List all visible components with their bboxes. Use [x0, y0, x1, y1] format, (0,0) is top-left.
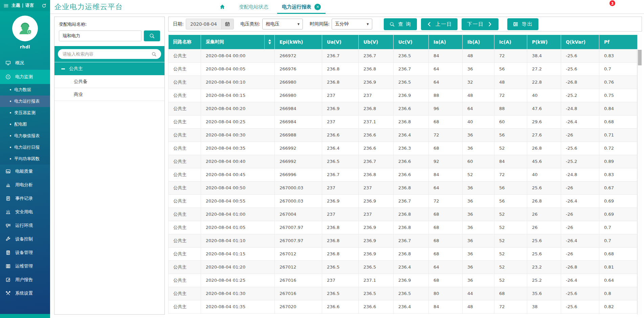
- table-row-13[interactable]: 公共主2020-08-04 01:05267007.97236.8236.923…: [169, 221, 637, 234]
- table-row-11[interactable]: 公共主2020-08-04 00:55267000.03236.9236.923…: [169, 194, 637, 208]
- tree-node-1[interactable]: 公共备: [54, 75, 164, 88]
- table-row-9[interactable]: 公共主2020-08-04 00:45266996236.7236.8236.6…: [169, 168, 637, 181]
- sidebar-item-11[interactable]: 事件记录: [0, 192, 50, 205]
- sidebar-item-17[interactable]: 用户报告: [0, 273, 50, 287]
- sidebar-item-10[interactable]: 用电分析: [0, 178, 50, 192]
- collapse-icon[interactable]: [61, 68, 65, 69]
- table-cell: 84: [429, 49, 463, 62]
- table-cell: 237: [359, 208, 394, 221]
- notification-bell-icon[interactable]: 3: [606, 2, 612, 11]
- tree-search-icon[interactable]: [151, 51, 157, 57]
- submenu-item-3[interactable]: 电力运行报表: [0, 96, 50, 107]
- table-cell: 26.8: [527, 142, 561, 155]
- table-row-18[interactable]: 公共主2020-08-04 01:30267016236.5236.5236.5…: [169, 287, 637, 300]
- sort-icon[interactable]: [264, 35, 274, 49]
- table-cell: 26: [527, 208, 561, 221]
- table-row-12[interactable]: 公共主2020-08-04 01:00267004237237236.86836…: [169, 208, 637, 221]
- sidebar-item-1[interactable]: 电力监测: [0, 70, 50, 84]
- submenu-item-8[interactable]: 平均功率因数: [0, 153, 50, 165]
- export-button[interactable]: 导出: [507, 18, 538, 30]
- tab-close-icon[interactable]: [314, 4, 321, 10]
- next-day-button[interactable]: 下一日: [462, 18, 498, 30]
- table-cell: 36: [463, 142, 494, 155]
- sidebar-item-14[interactable]: 设备控制: [0, 232, 50, 246]
- table-row-2[interactable]: 公共主2020-08-04 00:10266980236.8236.9236.5…: [169, 76, 637, 89]
- calendar-button[interactable]: [221, 19, 234, 29]
- date-value[interactable]: 2020-08-04: [186, 19, 221, 29]
- hamburger-menu-icon[interactable]: [3, 3, 9, 9]
- sidebar-item-16[interactable]: 运维管理: [0, 259, 50, 273]
- prev-day-button[interactable]: 上一日: [421, 18, 458, 30]
- table-row-6[interactable]: 公共主2020-08-04 00:30266988236.6236.6236.4…: [169, 128, 637, 142]
- table-row-10[interactable]: 公共主2020-08-04 00:50267000.03237237236.86…: [169, 181, 637, 194]
- table-row-16[interactable]: 公共主2020-08-04 01:20267012236.5236.5236.4…: [169, 260, 637, 274]
- menu-item-label: 电力监测: [15, 74, 33, 80]
- table-cell: 25.6: [527, 247, 561, 260]
- tree-node-2[interactable]: 商业: [54, 88, 164, 101]
- sidebar-item-18[interactable]: 系统设置: [0, 287, 50, 300]
- table-cell: 236.6: [394, 155, 429, 168]
- station-search-button[interactable]: [144, 30, 160, 41]
- table-row-17[interactable]: 公共主2020-08-04 01:25267016237237.1236.968…: [169, 274, 637, 287]
- table-cell: 2020-08-04 00:05: [201, 62, 275, 76]
- sidebar-item-15[interactable]: 设备管理: [0, 246, 50, 259]
- home-icon[interactable]: [219, 4, 225, 10]
- menu-item-label: 用户报告: [15, 277, 33, 283]
- avatar[interactable]: [12, 16, 38, 41]
- table-row-1[interactable]: 公共主2020-08-04 00:05266976236.8236.8236.7…: [169, 62, 637, 76]
- table-row-7[interactable]: 公共主2020-08-04 00:35266992236.4236.6236.3…: [169, 142, 637, 155]
- table-cell: 公共主: [169, 181, 201, 194]
- table-cell: 266992: [275, 142, 322, 155]
- table-cell: 0.7: [599, 234, 637, 247]
- station-name-input[interactable]: [59, 30, 141, 41]
- vertical-scrollbar[interactable]: [637, 35, 642, 315]
- column-header-1[interactable]: 采集时间: [201, 35, 275, 49]
- submenu-item-5[interactable]: 配电图: [0, 119, 50, 130]
- table-row-3[interactable]: 公共主2020-08-04 00:15266980237237236.98848…: [169, 89, 637, 102]
- interval-select[interactable]: 五分钟 ▼: [332, 19, 372, 29]
- table-row-5[interactable]: 公共主2020-08-04 00:25266984237237.1236.868…: [169, 115, 637, 128]
- tree-node-0[interactable]: 公共主: [54, 62, 164, 75]
- submenu-item-4[interactable]: 变压器监测: [0, 107, 50, 119]
- excel-icon: [513, 21, 519, 27]
- sidebar-item-0[interactable]: 概况: [0, 56, 50, 70]
- voltage-type-select[interactable]: 相电压 ▼: [262, 19, 303, 29]
- table-row-4[interactable]: 公共主2020-08-04 00:20266984236.9236.8236.6…: [169, 102, 637, 115]
- tab-1[interactable]: 电力运行报表: [282, 0, 321, 14]
- query-button[interactable]: 查 询: [384, 18, 417, 30]
- table-row-8[interactable]: 公共主2020-08-04 00:40266992236.5236.7236.6…: [169, 155, 637, 168]
- submenu-item-7[interactable]: 电力运行日报: [0, 142, 50, 153]
- table-row-15[interactable]: 公共主2020-08-04 01:15267012236.8236.9236.8…: [169, 247, 637, 260]
- tab-label: 电力运行报表: [282, 4, 311, 10]
- submenu-item-2[interactable]: 电力数据: [0, 84, 50, 96]
- table-cell: 266980: [275, 89, 322, 102]
- caret-down-icon: ▼: [297, 23, 299, 26]
- table-row-19[interactable]: 公共主2020-08-04 01:35267020236.6236.6236.4…: [169, 300, 637, 313]
- bolt-icon: [5, 74, 11, 80]
- sidebar-item-12[interactable]: 安全用电: [0, 205, 50, 219]
- table-cell: -26.8: [561, 76, 599, 89]
- column-header-5: Uc(V): [394, 35, 429, 49]
- tree-search-input[interactable]: [62, 51, 148, 57]
- table-cell: 266980: [275, 76, 322, 89]
- table-cell: 0.84: [599, 102, 637, 115]
- table-cell: 2020-08-04 00:35: [201, 142, 275, 155]
- sidebar-item-9[interactable]: 电能质量: [0, 165, 50, 178]
- table-cell: 36: [463, 234, 494, 247]
- refresh-icon[interactable]: [41, 3, 47, 9]
- scrollbar-thumb[interactable]: [638, 50, 642, 65]
- tab-0[interactable]: 变配电站状态: [239, 0, 268, 14]
- sidebar-item-13[interactable]: 运行环境: [0, 219, 50, 232]
- logout-power-icon[interactable]: [628, 2, 634, 11]
- column-header-2: Epi(kWh): [275, 35, 322, 49]
- submenu-item-6[interactable]: 电力极值报表: [0, 130, 50, 142]
- menu-item-label: 设备控制: [15, 236, 33, 242]
- table-cell: 236.5: [394, 49, 429, 62]
- table-cell: -26: [561, 181, 599, 194]
- theme-language-link[interactable]: 主题 | 语言: [12, 3, 34, 8]
- table-row-0[interactable]: 公共主2020-08-04 00:00266972236.7236.7236.5…: [169, 49, 637, 62]
- table-row-14[interactable]: 公共主2020-08-04 01:10267007.97236.8236.923…: [169, 234, 637, 247]
- table-cell: 56: [494, 128, 527, 142]
- report-table-wrap: 回路名称采集时间Epi(kWh)Ua(V)Ub(V)Uc(V)Ia(A)Ib(A…: [168, 35, 637, 315]
- header-icons: 3: [606, 0, 634, 14]
